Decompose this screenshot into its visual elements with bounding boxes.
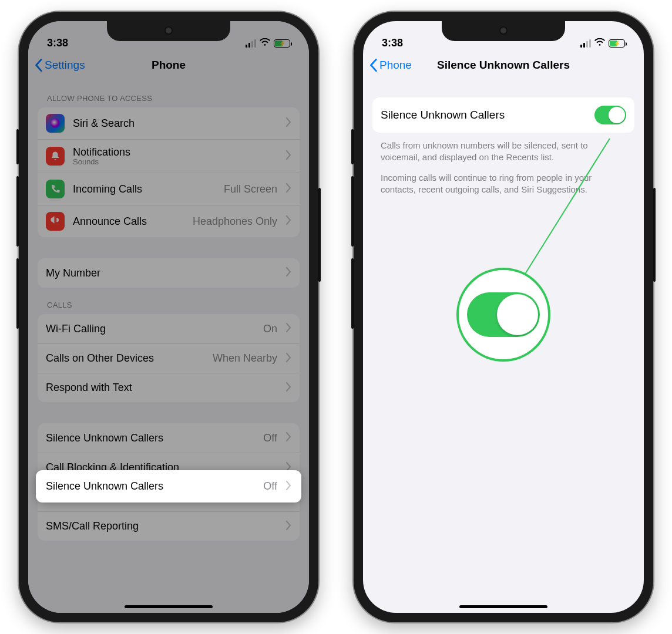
phone-frame-right: 3:38 ⚡ Phone Silence Unknown Callers Sil…: [354, 12, 653, 622]
chevron-right-icon: [285, 183, 291, 195]
notch: [107, 21, 230, 41]
row-value: Off: [263, 432, 277, 444]
explain-text-2: Incoming calls will continue to ring fro…: [363, 164, 644, 196]
row-label: Wi-Fi Calling: [46, 323, 106, 335]
row-calls-other-devices[interactable]: Calls on Other Devices When Nearby: [38, 343, 300, 373]
row-label: Incoming Calls: [73, 183, 142, 195]
battery-icon: ⚡: [609, 39, 625, 48]
section-header-access: Allow Phone to Access: [28, 81, 309, 107]
row-value: Headphones Only: [193, 215, 277, 228]
page-title: Silence Unknown Callers: [363, 59, 644, 72]
nav-bar: Settings Phone: [28, 52, 309, 81]
zoom-toggle-switch-icon: [467, 292, 540, 337]
wifi-icon: [594, 37, 605, 49]
row-sublabel: Sounds: [73, 157, 130, 166]
toggle-label: Silence Unknown Callers: [381, 109, 505, 122]
row-silence-unknown-toggle: Silence Unknown Callers: [372, 97, 634, 133]
screen-right: 3:38 ⚡ Phone Silence Unknown Callers Sil…: [363, 21, 644, 613]
wifi-icon: [260, 37, 270, 49]
row-my-number[interactable]: My Number: [38, 258, 300, 288]
row-label: Silence Unknown Callers: [46, 432, 163, 444]
row-wifi-calling[interactable]: Wi-Fi Calling On: [38, 314, 300, 343]
row-value: Off: [263, 480, 277, 493]
phone-incoming-icon: [46, 180, 65, 198]
list-access: Siri & Search Notifications Sounds: [38, 107, 300, 237]
toggle-switch[interactable]: [594, 106, 626, 124]
row-sms-call-reporting[interactable]: SMS/Call Reporting: [38, 511, 300, 541]
row-silence-unknown[interactable]: Silence Unknown Callers Off: [38, 423, 300, 453]
siri-icon: [46, 114, 65, 133]
signal-icon: [246, 39, 256, 48]
highlighted-row-silence-unknown[interactable]: Silence Unknown Callers Off: [38, 472, 300, 501]
row-notifications[interactable]: Notifications Sounds: [38, 139, 300, 173]
chevron-right-icon: [285, 267, 291, 279]
chevron-right-icon: [285, 215, 291, 227]
list-calls: Wi-Fi Calling On Calls on Other Devices …: [38, 314, 300, 402]
row-announce-calls[interactable]: Announce Calls Headphones Only: [38, 205, 300, 237]
row-label: Announce Calls: [73, 215, 147, 228]
notch: [442, 21, 565, 41]
row-label: Calls on Other Devices: [46, 352, 154, 365]
home-indicator[interactable]: [459, 605, 547, 608]
row-label: Notifications: [73, 146, 130, 158]
row-label: Respond with Text: [46, 382, 132, 394]
chevron-right-icon: [285, 353, 291, 365]
signal-icon: [580, 39, 591, 48]
zoom-annotation-circle: [456, 268, 550, 362]
status-time: 3:38: [382, 37, 403, 49]
home-indicator[interactable]: [125, 605, 213, 608]
chevron-right-icon: [285, 117, 291, 129]
explain-text-1: Calls from unknown numbers will be silen…: [363, 133, 644, 164]
phone-frame-left: 3:38 ⚡ Settings Phone Allow Phone to Acc…: [19, 12, 318, 622]
screen-left: 3:38 ⚡ Settings Phone Allow Phone to Acc…: [28, 21, 309, 613]
battery-icon: ⚡: [274, 39, 290, 48]
announce-icon: [46, 212, 65, 231]
row-label: Silence Unknown Callers: [46, 480, 163, 493]
chevron-right-icon: [285, 382, 291, 394]
row-value: When Nearby: [213, 352, 277, 365]
row-value: On: [263, 323, 277, 335]
row-respond-with-text[interactable]: Respond with Text: [38, 373, 300, 402]
row-label: My Number: [46, 267, 100, 279]
section-header-calls: Calls: [28, 288, 309, 314]
row-label: Siri & Search: [73, 117, 135, 130]
chevron-right-icon: [285, 150, 291, 162]
list-my-number: My Number: [38, 258, 300, 288]
chevron-right-icon: [285, 481, 291, 493]
status-time: 3:38: [47, 37, 68, 49]
nav-bar: Phone Silence Unknown Callers: [363, 52, 644, 81]
chevron-right-icon: [285, 521, 291, 532]
chevron-right-icon: [285, 432, 291, 444]
row-siri-search[interactable]: Siri & Search: [38, 107, 300, 139]
bell-icon: [46, 147, 65, 166]
row-label: SMS/Call Reporting: [46, 520, 139, 532]
page-title: Phone: [28, 59, 309, 72]
row-value: Full Screen: [224, 183, 277, 195]
row-incoming-calls[interactable]: Incoming Calls Full Screen: [38, 173, 300, 205]
chevron-right-icon: [285, 323, 291, 335]
